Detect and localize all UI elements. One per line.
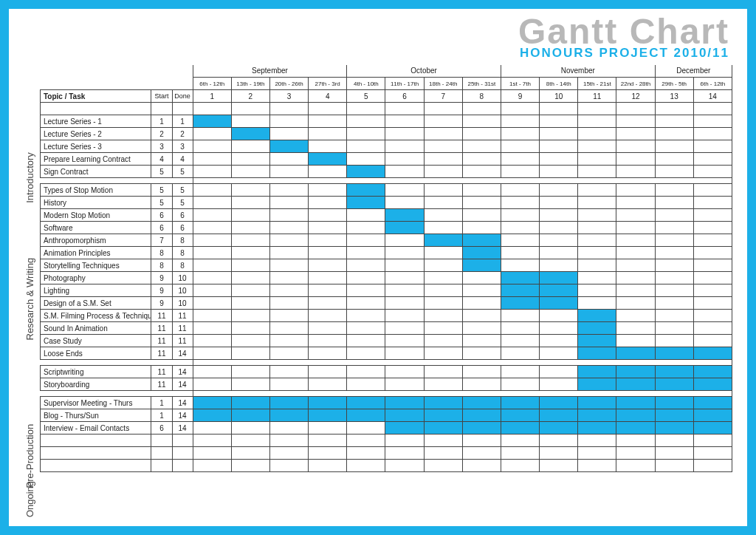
gantt-cell [424,184,462,197]
gantt-cell [269,259,308,272]
gantt-cell [309,322,347,335]
gantt-cell [347,247,385,259]
gantt-cell [193,166,231,178]
gantt-cell [193,115,231,128]
gantt-cell [655,247,693,259]
gantt-cell [655,209,693,222]
gantt-cell [385,153,424,166]
gantt-cell [309,128,347,140]
gantt-cell [269,335,308,347]
gantt-cell [540,234,578,247]
gantt-cell [193,140,231,153]
gantt-cell [424,335,462,347]
gantt-cell [540,347,578,360]
task-name: Animation Principles [41,247,151,259]
gantt-cell [462,140,501,153]
date-range-header: 25th - 31st [462,78,501,90]
task-start: 6 [151,222,172,234]
gantt-cell [309,222,347,234]
task-start: 9 [151,284,172,297]
gantt-cell [385,409,424,422]
gantt-cell [385,222,424,234]
gantt-cell [616,209,655,222]
gantt-cell [616,297,655,310]
gantt-cell [655,397,693,409]
gantt-cell [540,247,578,259]
gantt-cell [424,153,462,166]
gantt-cell [269,166,308,178]
task-done: 6 [172,222,193,234]
task-done: 4 [172,153,193,166]
gantt-cell [309,115,347,128]
task-start: 2 [151,128,172,140]
gantt-cell [501,259,539,272]
gantt-cell [578,128,616,140]
month-header: September [193,65,347,78]
task-row: Lecture Series - 222 [41,128,732,140]
gantt-cell [385,397,424,409]
gantt-cell [269,366,308,378]
task-row: Prepare Learning Contract44 [41,153,732,166]
gantt-cell [693,197,732,209]
gantt-cell [462,272,501,284]
date-range-header: 18th - 24th [424,78,462,90]
gantt-cell [231,422,269,435]
gantt-cell [655,184,693,197]
gantt-chart: SeptemberOctoberNovemberDecember6th - 12… [40,65,732,473]
gantt-cell [693,234,732,247]
gantt-cell [193,247,231,259]
gantt-cell [424,347,462,360]
task-name: Storytelling Techniques [41,259,151,272]
gantt-cell [193,397,231,409]
task-name: Types of Stop Motion [41,184,151,197]
gantt-cell [193,335,231,347]
gantt-cell [462,322,501,335]
gantt-cell [424,234,462,247]
task-name: Supervisor Meeting - Thurs [41,397,151,409]
week-number-header: 1 [193,90,231,103]
gantt-cell [578,184,616,197]
gantt-cell [424,128,462,140]
gantt-cell [424,397,462,409]
gantt-cell [501,234,539,247]
date-range-header: 4th - 10th [347,78,385,90]
week-number-header: 13 [655,90,693,103]
date-range-header: 8th - 14th [540,78,578,90]
gantt-cell [193,197,231,209]
gantt-cell [309,335,347,347]
gantt-cell [462,184,501,197]
gantt-cell [347,197,385,209]
gantt-cell [616,222,655,234]
gantt-cell [693,335,732,347]
gantt-cell [385,209,424,222]
section-label: Ongoing [24,469,35,528]
gantt-cell [693,272,732,284]
gantt-cell [193,184,231,197]
gantt-cell [540,153,578,166]
date-range-header: 11th - 17th [385,78,424,90]
task-row: Anthropomorphism78 [41,234,732,247]
task-row: Blog - Thurs/Sun114 [41,409,732,422]
task-done: 14 [172,397,193,409]
week-number-header: 2 [231,90,269,103]
gantt-cell [231,310,269,322]
gantt-cell [193,378,231,391]
gantt-cell [424,378,462,391]
gantt-cell [578,422,616,435]
gantt-cell [655,259,693,272]
gantt-cell [231,128,269,140]
gantt-cell [693,397,732,409]
gantt-cell [347,335,385,347]
task-row: Sound In Animation1111 [41,322,732,335]
gantt-cell [424,247,462,259]
task-row: Storytelling Techniques88 [41,259,732,272]
gantt-cell [501,222,539,234]
gantt-cell [578,335,616,347]
gantt-cell [269,184,308,197]
gantt-cell [462,197,501,209]
gantt-cell [693,128,732,140]
month-header: November [501,65,655,78]
gantt-cell [540,378,578,391]
gantt-cell [462,115,501,128]
gantt-cell [347,234,385,247]
